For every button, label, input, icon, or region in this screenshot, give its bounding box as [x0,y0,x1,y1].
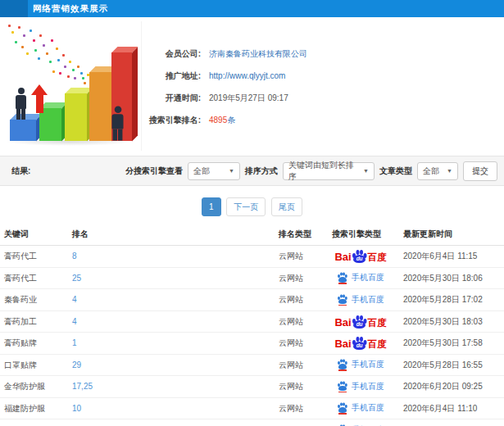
update-time-cell: 2020年5月28日 17:02 [403,289,483,311]
engine-rank-row: 搜索引擎排名: 4895条 [142,115,504,126]
paw-underline [338,305,347,306]
chevron-down-icon: ▼ [363,168,369,174]
rank-count: 4895 [209,116,227,125]
article-type-label: 文章类型 [379,165,412,177]
table-row: 手机百度 [0,419,504,426]
baidu-cn-wordmark: 百度 [368,317,387,329]
mobile-baidu-logo: 手机百度 [337,354,384,376]
keyword-cell: 膏药代工 [4,246,37,268]
rank-link[interactable]: 10 [72,398,81,420]
rank-type-cell: 云网站 [279,311,303,333]
mobile-baidu-logo: 手机百度 [337,376,384,398]
engine-type-cell: 手机百度 [326,376,395,397]
engine-type-cell: 手机百度 [326,419,395,426]
update-time-cell: 2020年5月30日 18:03 [403,311,483,333]
engine-type-cell: Baidu百度 [326,311,395,333]
rank-type-cell: 云网站 [279,289,303,311]
filter-controls: 分搜索引擎查看 全部 ▼ 排序方式 关键词由短到长排序 ▼ 文章类型 全部 ▼ … [125,156,497,185]
up-arrow-icon [31,84,48,113]
update-time-cell: 2020年6月20日 09:25 [403,376,483,398]
businessman-right [111,106,123,140]
baidu-cn-wordmark: 百度 [368,338,387,350]
promo-url-label: 推广地址: [142,70,201,82]
next-page-button[interactable]: 下一页 [226,197,266,216]
rank-type-cell: 云网站 [279,398,303,420]
rank-type-cell: 云网站 [279,355,303,377]
bar-yellow [65,93,87,141]
mobile-baidu-paw-icon [337,402,348,414]
engine-type-cell: Baidu百度 [326,246,395,267]
baidu-logo: Baidu百度 [334,249,386,263]
table-row: 口罩贴牌29云网站2020年5月28日 16:55手机百度 [0,355,504,377]
table-row: 福建防护服10云网站2020年6月4日 11:10手机百度 [0,398,504,420]
rank-link[interactable]: 4 [72,311,77,333]
page: 网络营销效果展示 会员公司: 济南秦鲁药业科技有限公司 推广地址: http:/… [0,0,504,426]
table-row: 膏药代工8云网站2020年6月4日 11:15Baidu百度 [0,246,504,268]
submit-button[interactable]: 提交 [463,161,497,181]
keyword-cell: 膏药贴牌 [4,333,37,355]
article-type-selected: 全部 [423,165,439,177]
promo-url-row: 推广地址: http://www.qlyyjt.com [142,70,504,82]
chevron-down-icon: ▼ [229,168,234,174]
rank-link[interactable]: 1 [72,333,77,355]
rank-link[interactable]: 8 [72,246,77,268]
filter-bar: 结果: 分搜索引擎查看 全部 ▼ 排序方式 关键词由短到长排序 ▼ 文章类型 全… [0,156,504,186]
baidu-wordmark: Bai [334,338,351,350]
mobile-baidu-label: 手机百度 [352,289,384,311]
bar-orange [89,72,111,141]
bar-green [39,108,61,141]
rank-unit: 条 [227,116,235,125]
titlebar-accent [0,0,28,17]
table-row: 秦鲁药业4云网站2020年5月28日 17:02手机百度 [0,289,504,311]
sort-label: 排序方式 [245,165,278,177]
mobile-baidu-logo: 手机百度 [337,419,384,426]
rank-type-cell: 云网站 [279,268,303,290]
article-type-select[interactable]: 全部 ▼ [417,162,458,180]
last-page-button[interactable]: 尾页 [271,197,302,216]
paw-pad: du [353,255,366,263]
table-row: 膏药贴牌1云网站2020年5月30日 17:58Baidu百度 [0,333,504,355]
mobile-baidu-paw-icon [337,294,348,306]
rank-type-cell: 云网站 [279,376,303,398]
current-page-button[interactable]: 1 [202,197,221,216]
rank-type-cell: 云网站 [279,246,303,268]
mobile-baidu-paw-icon [337,272,348,283]
pagination: 1 下一页 尾页 [0,197,504,216]
paw-pad [338,277,347,283]
update-time-cell: 2020年6月4日 11:15 [403,246,477,268]
update-time-cell: 2020年5月30日 18:06 [403,268,483,290]
table-body: 膏药代工8云网站2020年6月4日 11:15Baidu百度膏药代工25云网站2… [0,246,504,426]
keyword-cell: 福建防护服 [4,398,45,420]
rank-link[interactable]: 25 [72,268,81,290]
mobile-baidu-label: 手机百度 [352,354,384,376]
paw-pad: du [353,320,366,329]
table-row: 金华防护服17,25云网站2020年6月20日 09:25手机百度 [0,376,504,398]
paw-pad [338,299,347,305]
baidu-paw-icon: du [352,249,367,263]
paw-pad: du [353,342,366,350]
result-label: 结果: [11,156,30,185]
engine-view-label: 分搜索引擎查看 [125,165,183,177]
engine-type-cell: Baidu百度 [326,333,395,354]
rank-link[interactable]: 29 [72,355,81,377]
baidu-logo: Baidu百度 [334,315,386,329]
engine-type-cell: 手机百度 [326,398,395,419]
header-engine-type: 搜索引擎类型 [332,223,381,245]
baidu-cn-wordmark: 百度 [368,252,387,263]
mobile-baidu-label: 手机百度 [352,267,384,289]
page-title: 网络营销效果展示 [33,0,108,17]
rank-link[interactable]: 4 [72,289,77,311]
paw-pad [338,386,347,392]
engine-view-select[interactable]: 全部 ▼ [188,162,240,180]
engine-view-selected: 全部 [193,165,210,177]
company-info-panel: 会员公司: 济南秦鲁药业科技有限公司 推广地址: http://www.qlyy… [141,21,504,151]
paw-underline [338,283,347,284]
promo-url-link[interactable]: http://www.qlyyjt.com [209,70,285,82]
member-company-link[interactable]: 济南秦鲁药业科技有限公司 [209,48,307,60]
businessman-left [16,88,26,120]
baidu-paw-icon: du [352,336,367,350]
mobile-baidu-label: 手机百度 [352,419,384,426]
sort-select[interactable]: 关键词由短到长排序 ▼ [283,162,375,180]
engine-rank-value: 4895条 [209,115,235,126]
rank-link[interactable]: 17,25 [72,376,93,398]
